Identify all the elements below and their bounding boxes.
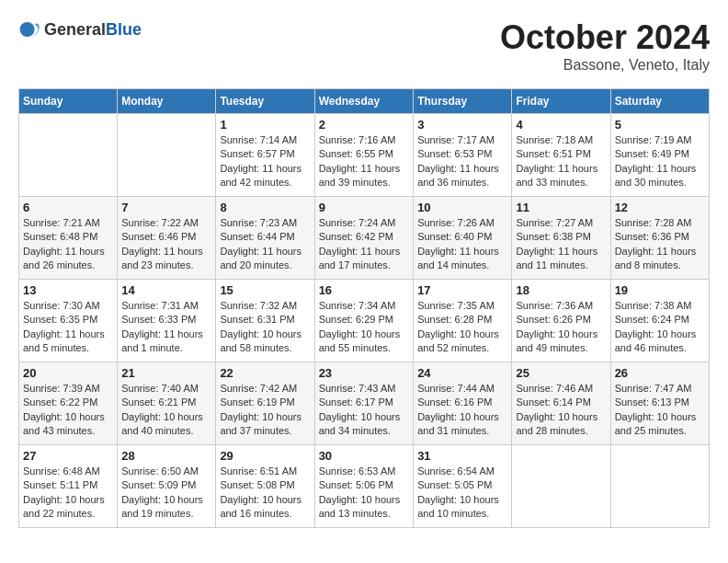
calendar-cell: 5 Sunrise: 7:19 AMSunset: 6:49 PMDayligh… (610, 114, 709, 197)
calendar-cell: 4 Sunrise: 7:18 AMSunset: 6:51 PMDayligh… (512, 114, 610, 197)
calendar-cell: 27 Sunrise: 6:48 AMSunset: 5:11 PMDaylig… (19, 445, 118, 528)
day-number: 20 (23, 366, 113, 380)
logo: GeneralBlue (18, 18, 142, 40)
day-number: 21 (121, 366, 211, 380)
day-detail: Sunrise: 7:46 AMSunset: 6:14 PMDaylight:… (516, 382, 606, 439)
day-detail: Sunrise: 7:32 AMSunset: 6:31 PMDaylight:… (220, 299, 310, 356)
calendar-cell (19, 114, 118, 197)
day-detail: Sunrise: 7:42 AMSunset: 6:19 PMDaylight:… (220, 382, 310, 439)
calendar-cell: 19 Sunrise: 7:38 AMSunset: 6:24 PMDaylig… (610, 280, 709, 362)
day-number: 1 (220, 118, 310, 132)
day-detail: Sunrise: 7:47 AMSunset: 6:13 PMDaylight:… (615, 382, 705, 439)
calendar-cell: 10 Sunrise: 7:26 AMSunset: 6:40 PMDaylig… (414, 197, 512, 280)
day-number: 10 (417, 201, 507, 214)
calendar-cell: 13 Sunrise: 7:30 AMSunset: 6:35 PMDaylig… (19, 280, 118, 362)
day-number: 18 (516, 283, 606, 297)
day-number: 23 (319, 366, 410, 380)
day-detail: Sunrise: 6:53 AMSunset: 5:06 PMDaylight:… (319, 465, 410, 522)
calendar-cell: 7 Sunrise: 7:22 AMSunset: 6:46 PMDayligh… (118, 197, 216, 280)
day-number: 14 (121, 283, 211, 297)
calendar-week-5: 27 Sunrise: 6:48 AMSunset: 5:11 PMDaylig… (19, 445, 710, 528)
day-number: 12 (615, 201, 705, 214)
header-sunday: Sunday (19, 89, 118, 114)
calendar-cell (512, 445, 610, 528)
calendar-cell: 21 Sunrise: 7:40 AMSunset: 6:21 PMDaylig… (118, 362, 216, 445)
calendar-cell: 20 Sunrise: 7:39 AMSunset: 6:22 PMDaylig… (19, 362, 118, 445)
day-number: 2 (319, 118, 410, 132)
day-detail: Sunrise: 7:21 AMSunset: 6:48 PMDaylight:… (23, 216, 113, 273)
header-friday: Friday (512, 89, 610, 114)
calendar-cell: 23 Sunrise: 7:43 AMSunset: 6:17 PMDaylig… (314, 362, 414, 445)
calendar-cell: 24 Sunrise: 7:44 AMSunset: 6:16 PMDaylig… (414, 362, 512, 445)
calendar-cell: 17 Sunrise: 7:35 AMSunset: 6:28 PMDaylig… (414, 280, 512, 362)
day-number: 25 (516, 366, 606, 380)
calendar-cell: 15 Sunrise: 7:32 AMSunset: 6:31 PMDaylig… (216, 280, 314, 362)
day-detail: Sunrise: 7:44 AMSunset: 6:16 PMDaylight:… (417, 382, 507, 439)
header-tuesday: Tuesday (216, 89, 314, 114)
day-detail: Sunrise: 6:50 AMSunset: 5:09 PMDaylight:… (121, 465, 211, 522)
day-detail: Sunrise: 7:23 AMSunset: 6:44 PMDaylight:… (220, 216, 310, 273)
calendar-week-1: 1 Sunrise: 7:14 AMSunset: 6:57 PMDayligh… (19, 114, 710, 197)
calendar-cell: 18 Sunrise: 7:36 AMSunset: 6:26 PMDaylig… (512, 280, 610, 362)
day-number: 29 (220, 449, 310, 463)
logo-blue: Blue (106, 20, 142, 39)
calendar-cell (610, 445, 709, 528)
logo-icon (18, 18, 40, 40)
day-detail: Sunrise: 7:31 AMSunset: 6:33 PMDaylight:… (121, 299, 211, 356)
day-number: 4 (516, 118, 606, 132)
calendar-cell: 12 Sunrise: 7:28 AMSunset: 6:36 PMDaylig… (610, 197, 709, 280)
day-number: 27 (23, 449, 113, 463)
day-detail: Sunrise: 7:14 AMSunset: 6:57 PMDaylight:… (220, 133, 310, 190)
day-detail: Sunrise: 7:16 AMSunset: 6:55 PMDaylight:… (319, 133, 410, 190)
day-number: 16 (319, 283, 410, 297)
calendar-week-2: 6 Sunrise: 7:21 AMSunset: 6:48 PMDayligh… (19, 197, 710, 280)
day-number: 13 (23, 283, 113, 297)
day-detail: Sunrise: 7:27 AMSunset: 6:38 PMDaylight:… (516, 216, 606, 273)
day-detail: Sunrise: 6:48 AMSunset: 5:11 PMDaylight:… (23, 465, 113, 522)
day-number: 3 (417, 118, 507, 132)
month-title: October 2024 (500, 18, 710, 57)
day-detail: Sunrise: 7:40 AMSunset: 6:21 PMDaylight:… (121, 382, 211, 439)
day-detail: Sunrise: 7:38 AMSunset: 6:24 PMDaylight:… (615, 299, 705, 356)
day-number: 8 (220, 201, 310, 214)
calendar-cell: 9 Sunrise: 7:24 AMSunset: 6:42 PMDayligh… (314, 197, 414, 280)
header-saturday: Saturday (610, 89, 709, 114)
calendar-cell: 30 Sunrise: 6:53 AMSunset: 5:06 PMDaylig… (314, 445, 414, 528)
day-number: 24 (417, 366, 507, 380)
header-wednesday: Wednesday (314, 89, 414, 114)
day-detail: Sunrise: 7:43 AMSunset: 6:17 PMDaylight:… (319, 382, 410, 439)
day-detail: Sunrise: 7:22 AMSunset: 6:46 PMDaylight:… (121, 216, 211, 273)
day-number: 28 (121, 449, 211, 463)
day-number: 9 (319, 201, 410, 214)
day-number: 30 (319, 449, 410, 463)
calendar-cell: 6 Sunrise: 7:21 AMSunset: 6:48 PMDayligh… (19, 197, 118, 280)
day-detail: Sunrise: 7:17 AMSunset: 6:53 PMDaylight:… (417, 133, 507, 190)
calendar-cell: 8 Sunrise: 7:23 AMSunset: 6:44 PMDayligh… (216, 197, 314, 280)
day-number: 19 (615, 283, 705, 297)
calendar-week-3: 13 Sunrise: 7:30 AMSunset: 6:35 PMDaylig… (19, 280, 710, 362)
day-detail: Sunrise: 6:54 AMSunset: 5:05 PMDaylight:… (417, 465, 507, 522)
day-number: 6 (23, 201, 113, 214)
day-number: 15 (220, 283, 310, 297)
day-detail: Sunrise: 7:26 AMSunset: 6:40 PMDaylight:… (417, 216, 507, 273)
calendar-week-4: 20 Sunrise: 7:39 AMSunset: 6:22 PMDaylig… (19, 362, 710, 445)
day-detail: Sunrise: 7:36 AMSunset: 6:26 PMDaylight:… (516, 299, 606, 356)
calendar-cell: 28 Sunrise: 6:50 AMSunset: 5:09 PMDaylig… (118, 445, 216, 528)
svg-point-0 (20, 22, 35, 37)
day-detail: Sunrise: 7:19 AMSunset: 6:49 PMDaylight:… (615, 133, 705, 190)
calendar-table: SundayMondayTuesdayWednesdayThursdayFrid… (18, 88, 710, 528)
day-number: 22 (220, 366, 310, 380)
day-detail: Sunrise: 7:24 AMSunset: 6:42 PMDaylight:… (319, 216, 410, 273)
day-detail: Sunrise: 7:18 AMSunset: 6:51 PMDaylight:… (516, 133, 606, 190)
day-number: 11 (516, 201, 606, 214)
header-monday: Monday (118, 89, 216, 114)
calendar-cell (118, 114, 216, 197)
title-block: October 2024 Bassone, Veneto, Italy (500, 18, 710, 74)
day-detail: Sunrise: 7:28 AMSunset: 6:36 PMDaylight:… (615, 216, 705, 273)
calendar-cell: 1 Sunrise: 7:14 AMSunset: 6:57 PMDayligh… (216, 114, 314, 197)
day-number: 31 (417, 449, 507, 463)
calendar-cell: 26 Sunrise: 7:47 AMSunset: 6:13 PMDaylig… (610, 362, 709, 445)
calendar-cell: 25 Sunrise: 7:46 AMSunset: 6:14 PMDaylig… (512, 362, 610, 445)
calendar-cell: 16 Sunrise: 7:34 AMSunset: 6:29 PMDaylig… (314, 280, 414, 362)
logo-general: General (44, 20, 106, 39)
